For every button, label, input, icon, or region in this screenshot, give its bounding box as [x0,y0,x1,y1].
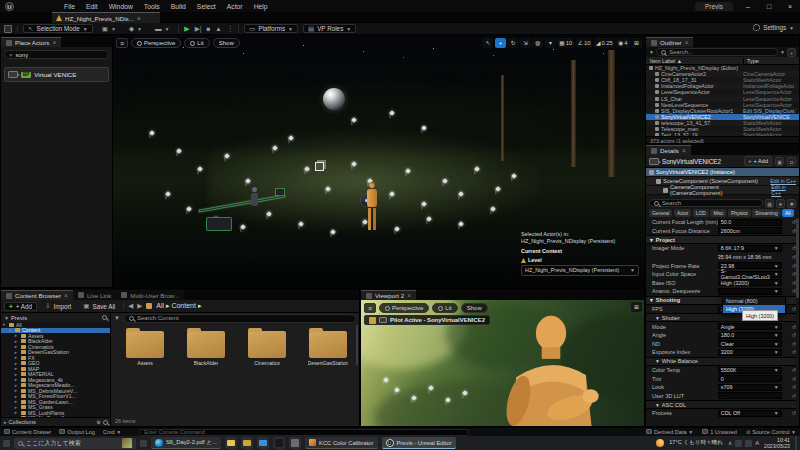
filter-funnel-icon[interactable]: ▼ [114,315,121,322]
perspective-dropdown[interactable]: Perspective [131,38,181,48]
menu-tools[interactable]: Tools [144,3,160,10]
asset-folder[interactable]: Cinematics [241,327,293,366]
property-value-dropdown[interactable]: 3200▼ [718,349,782,356]
rotate-tool-icon[interactable]: ↻ [507,38,518,48]
search-collections-icon[interactable] [103,420,108,425]
start-button[interactable] [3,440,10,447]
property-value-dropdown[interactable]: High (3200)▼ [718,279,782,286]
source-control-button[interactable]: ⊘ Source Control ▼ [746,429,796,435]
taskbar-app-mail[interactable] [257,437,269,449]
eject-button[interactable]: ▲ [215,25,221,32]
place-actor-result-virtual-venice[interactable]: BP Virtual VENICE [4,67,109,82]
asset-folder[interactable]: Assets [119,327,171,366]
reset-to-default-icon[interactable]: ↺ [792,367,796,373]
taskbar-clock[interactable]: 10:412023/05/23 [764,437,790,449]
reset-to-default-icon[interactable]: ↺ [792,341,796,347]
property-value-input[interactable]: 2600cm [718,227,782,234]
play-options-kebab-icon[interactable]: ⋮ [227,25,234,33]
search-paths-icon[interactable] [102,315,107,320]
viewport2-options-icon[interactable]: ≡ [364,303,376,313]
task-view-button[interactable] [140,440,147,447]
asset-folder[interactable]: DesertGasStation [302,327,354,366]
menu-edit[interactable]: Edit [86,3,98,10]
taskbar-app-kcc[interactable]: KCC Color Calibrator [305,437,377,449]
taskbar-app-gray[interactable] [289,437,301,449]
property-value-dropdown[interactable]: CDL Off▼ [718,410,782,417]
property-value-input[interactable]: ... [718,392,782,399]
console-command-input[interactable]: Enter Console Command [139,429,469,436]
derived-data-button[interactable]: Derived Data ▼ [646,429,693,435]
property-value-input[interactable]: 0 [718,375,782,382]
move-tool-icon[interactable]: + [495,38,506,48]
column-item-label[interactable]: Item Label ▲ [646,58,743,64]
grid-snap-toggle[interactable]: ▦ 10 [557,38,574,48]
maximize-viewport-icon[interactable]: ⊞ [631,38,642,48]
close-icon[interactable]: × [685,39,689,46]
property-section[interactable]: ▾Project [646,235,796,244]
viewport2-scene[interactable]: ≡ Perspective Lit Show ⊞ Pilot Active - … [361,300,644,426]
menu-file[interactable]: File [64,3,75,10]
viewport2-show-dropdown[interactable]: Show [461,303,488,313]
filter-chip-streaming[interactable]: Streaming [752,209,780,217]
mannequin-actor[interactable] [366,182,377,230]
add-collection-icon[interactable]: ⊕ [96,419,101,425]
content-drawer-button[interactable]: Content Drawer [4,429,51,435]
view-mode-dropdown[interactable]: Lit [184,38,209,48]
eject-pilot-icon[interactable] [369,317,376,324]
tray-icon[interactable] [745,440,752,447]
select-tool-icon[interactable]: ↖ [482,38,493,48]
close-icon[interactable]: × [407,292,411,299]
property-value-dropdown[interactable]: 8.6K 17:9▼ [718,245,782,252]
property-value-dropdown[interactable]: S-Gamut3.Cine/SLog3▼ [718,271,782,278]
billboard-sprite-icon[interactable] [315,162,324,171]
outliner-filter-icon[interactable]: ▼ [649,49,654,55]
play-button[interactable]: ▶ [184,25,189,33]
reset-to-default-icon[interactable]: ↺ [792,376,796,382]
outliner-row-type[interactable]: Edit SIS_DisplayClust [743,108,799,114]
close-icon[interactable]: × [682,147,686,154]
save-icon[interactable] [4,25,12,33]
tree-collapse-icon[interactable]: ▼ [4,315,9,321]
lock-icon[interactable]: ◘ [787,157,796,166]
column-type[interactable]: Type [743,58,799,64]
forward-icon[interactable]: ▶ [137,302,142,310]
frame-skip-button[interactable]: ▶| [195,25,202,33]
place-actors-search-input[interactable]: × sony [4,50,109,59]
component-row[interactable]: SonyVirtualVENICE2 (Instance) [646,168,799,177]
blueprints-dropdown[interactable]: ◆▼ [125,24,146,33]
scale-snap-toggle[interactable]: ◢ 0.25 [594,38,615,48]
component-row[interactable]: CameraComponent (CameraComponent)Edit in… [646,186,799,195]
iso-option[interactable]: Normal (800) [723,297,785,305]
viewport2-tab[interactable]: Viewport 2× [361,290,416,300]
viewport2-viewmode-dropdown[interactable]: Lit [432,303,457,313]
details-scrollbar[interactable] [796,218,799,298]
viewport2-perspective-dropdown[interactable]: Perspective [379,303,429,313]
unreal-logo-icon[interactable]: U [5,2,14,11]
filter-chip-actor[interactable]: Actor [674,209,691,217]
cb-add-button[interactable]: ++ Add [4,302,37,311]
property-section[interactable]: ▾ASC CDL [646,400,796,409]
menu-select[interactable]: Select [197,3,216,10]
save-preset-icon[interactable]: ▦ [765,199,774,208]
reset-to-default-icon[interactable]: ↺ [792,393,796,399]
collections-bar[interactable]: ▸Collections ⊕ [1,417,111,426]
level-asset-tab[interactable]: HZ_Night_Previs_NDis... × [52,12,160,23]
cmd-dropdown[interactable]: Cmd ▼ [103,429,121,435]
cb-save-all-button[interactable]: ▣Save All [79,302,119,311]
browse-icon[interactable]: ▣ [775,157,784,166]
reset-to-default-icon[interactable]: ↺ [792,332,796,338]
cb-search-input[interactable]: Search Content [124,314,356,323]
settings-dropdown[interactable]: Settings▼ [753,24,794,31]
camera-speed-control[interactable]: ◉ 4 [616,38,629,48]
property-section[interactable]: ▾White Balance [646,357,796,366]
close-button[interactable]: × [784,3,796,10]
breadcrumb[interactable]: All ▸ Content ▸ [156,302,201,310]
level-context-dropdown[interactable]: HZ_Night_Previs_NDisplay (Persistent)▼ [521,265,639,276]
filter-chip-physics[interactable]: Physics [728,209,751,217]
property-value-dropdown[interactable]: 180.0▼ [718,332,782,339]
outliner-search-input[interactable]: Search... [656,48,778,56]
minimize-button[interactable]: – [742,3,754,10]
outliner-tab[interactable]: Outliner× [646,37,693,47]
tray-chevron-icon[interactable]: ∧ [728,440,732,446]
add-actor-dropdown[interactable]: ▣▼ [98,24,120,33]
